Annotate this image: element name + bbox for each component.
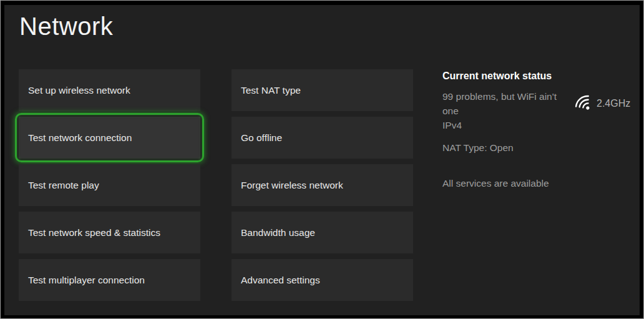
wifi-icon [571, 91, 597, 117]
services-status: All services are available [442, 178, 631, 189]
menu-item-test-remote-play[interactable]: Test remote play [19, 164, 200, 206]
menu-column-left: Set up wireless network Test network con… [19, 69, 200, 307]
menu-item-test-network-speed-statistics[interactable]: Test network speed & statistics [19, 212, 200, 253]
menu-item-set-up-wireless-network[interactable]: Set up wireless network [19, 69, 200, 111]
menu-item-advanced-settings[interactable]: Advanced settings [232, 259, 413, 301]
menu-item-forget-wireless-network[interactable]: Forget wireless network [232, 164, 413, 206]
screenshot-frame: Network Set up wireless network Test net… [0, 0, 644, 319]
menu-item-test-multiplayer-connection[interactable]: Test multiplayer connection [19, 259, 200, 301]
network-status-panel: Current network status 99 problems, but … [442, 71, 631, 189]
status-heading: Current network status [442, 71, 631, 82]
network-name-row: 99 problems, but WiFi ain't one 2.4GHz [442, 89, 631, 118]
menu-item-go-offline[interactable]: Go offline [232, 117, 413, 159]
nat-type: NAT Type: Open [442, 142, 631, 154]
menu-item-test-nat-type[interactable]: Test NAT type [232, 69, 413, 111]
page-title: Network [19, 12, 113, 41]
network-name: 99 problems, but WiFi ain't one [442, 89, 575, 118]
network-settings-screen: Network Set up wireless network Test net… [4, 5, 640, 315]
menu-item-bandwidth-usage[interactable]: Bandwidth usage [232, 212, 413, 253]
wifi-band: 2.4GHz [575, 94, 630, 113]
menu-column-middle: Test NAT type Go offline Forget wireless… [232, 69, 413, 307]
ip-version: IPv4 [442, 118, 631, 132]
menu-item-test-network-connection[interactable]: Test network connection [19, 117, 200, 159]
wifi-band-label: 2.4GHz [597, 98, 630, 109]
